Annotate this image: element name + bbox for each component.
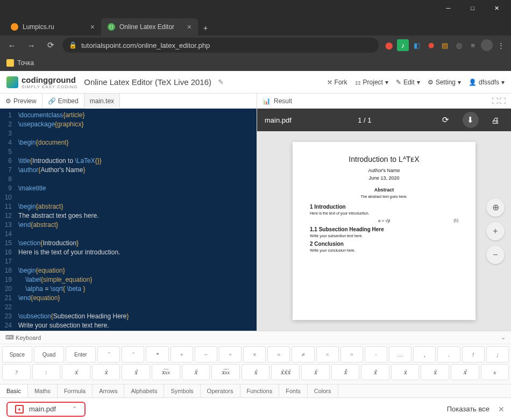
keyboard-key[interactable]: x̄ bbox=[242, 364, 270, 380]
avatar-icon[interactable] bbox=[481, 39, 493, 51]
keyboard-key[interactable]: x́ bbox=[62, 364, 90, 380]
extension-icon[interactable]: ◎ bbox=[453, 39, 465, 51]
zoom-in-button[interactable]: + bbox=[486, 222, 505, 240]
keyboard-key[interactable]: + bbox=[171, 346, 193, 362]
preview-tab[interactable]: ⚙Preview bbox=[0, 94, 42, 109]
keyboard-key[interactable]: Enter bbox=[66, 346, 96, 362]
address-bar[interactable]: 🔒 tutorialspoint.com/online_latex_editor… bbox=[62, 38, 379, 53]
keyboard-key[interactable]: … bbox=[389, 346, 411, 362]
fork-button[interactable]: ⤱Fork bbox=[327, 79, 347, 86]
fit-button[interactable]: ⊕ bbox=[486, 198, 505, 217]
rotate-button[interactable]: ⟳ bbox=[438, 112, 454, 128]
keyboard-category[interactable]: Basic bbox=[0, 385, 28, 397]
show-all-button[interactable]: Показать все bbox=[447, 405, 489, 413]
keyboard-key[interactable]: = bbox=[267, 346, 290, 362]
embed-tab[interactable]: 🔗Embed bbox=[42, 94, 84, 109]
keyboard-key[interactable]: ÷ bbox=[219, 346, 242, 362]
keyboard-key[interactable]: x̋ bbox=[451, 364, 479, 380]
tree-icon: ⚏ bbox=[355, 79, 361, 86]
keyboard-category[interactable]: Fonts bbox=[279, 385, 308, 397]
setting-menu[interactable]: ⚙Setting ▾ bbox=[428, 79, 461, 86]
keyboard-key[interactable]: ! bbox=[462, 346, 485, 362]
edit-title-icon[interactable]: ✎ bbox=[218, 78, 224, 86]
keyboard-key[interactable]: ˇ bbox=[122, 346, 144, 362]
keyboard-key[interactable]: * bbox=[146, 346, 168, 362]
project-menu[interactable]: ⚏Project ▾ bbox=[355, 79, 388, 86]
extension-icon[interactable]: ▧ bbox=[439, 39, 451, 51]
user-menu[interactable]: 👤dfssdfs ▾ bbox=[469, 79, 505, 86]
keyboard-key[interactable]: x͡xx bbox=[152, 364, 180, 380]
keyboard-key[interactable]: x̆ bbox=[301, 364, 330, 380]
keyboard-key[interactable]: x̃ bbox=[182, 364, 210, 380]
tab-close-icon[interactable]: × bbox=[187, 23, 191, 31]
favicon: ⟨⟩ bbox=[108, 23, 115, 31]
keyboard-category[interactable]: Formula bbox=[58, 385, 93, 397]
print-button[interactable]: 🖨 bbox=[487, 112, 503, 128]
expand-icon[interactable]: ⛶ bbox=[492, 97, 498, 105]
keyboard-key[interactable]: ? bbox=[2, 364, 31, 380]
line-gutter: 1234567891011121314151617181920212223242… bbox=[0, 109, 15, 331]
keyboard-category[interactable]: Functions bbox=[240, 385, 280, 397]
keyboard-key[interactable]: − bbox=[195, 346, 217, 362]
tab-close-icon[interactable]: × bbox=[90, 23, 95, 31]
keyboard-category[interactable]: Arrows bbox=[93, 385, 124, 397]
keyboard-key[interactable]: > bbox=[340, 346, 363, 362]
code-content[interactable]: \documentclass{article} \usepackage{grap… bbox=[15, 109, 257, 331]
browser-tab[interactable]: Lumpics.ru × bbox=[4, 18, 101, 35]
extension-icon[interactable]: ◧ bbox=[411, 39, 423, 51]
keyboard-key[interactable]: x̌ bbox=[361, 364, 389, 380]
keyboard-category[interactable]: Operators bbox=[201, 385, 240, 397]
file-tab[interactable]: main.tex bbox=[84, 94, 120, 109]
chevron-up-icon[interactable]: ⌃ bbox=[72, 405, 77, 412]
maximize-button[interactable]: □ bbox=[460, 0, 485, 16]
keyboard-key[interactable]: x̊ bbox=[331, 364, 360, 380]
keyboard-key[interactable]: x̂ bbox=[122, 364, 150, 380]
new-tab-button[interactable]: + bbox=[198, 20, 213, 35]
download-button[interactable]: ⬇ bbox=[463, 112, 479, 128]
pdf-subsection: 1.1 Subsection Heading Here bbox=[310, 226, 458, 232]
browser-tab[interactable]: ⟨⟩ Online Latex Editor × bbox=[101, 18, 198, 35]
keyboard-category[interactable]: Symbols bbox=[164, 385, 200, 397]
edit-menu[interactable]: ✎Edit ▾ bbox=[396, 79, 420, 86]
keyboard-key[interactable]: x̀ bbox=[92, 364, 120, 380]
collapse-icon[interactable]: ⌄ bbox=[501, 334, 506, 341]
keyboard-key[interactable]: Quad bbox=[34, 346, 64, 362]
close-button[interactable]: ✕ bbox=[485, 0, 509, 16]
keyboard-key[interactable]: , bbox=[413, 346, 436, 362]
keyboard-key[interactable]: ≠ bbox=[292, 346, 314, 362]
forward-button[interactable]: → bbox=[24, 38, 39, 53]
fullscreen-icon[interactable]: ⛶ bbox=[499, 97, 506, 105]
keyboard-key[interactable]: ẍ bbox=[421, 364, 449, 380]
pdf-page: Introduction to LᴬTᴇX Author's Name June… bbox=[293, 142, 475, 320]
keyboard-key[interactable]: · bbox=[365, 346, 387, 362]
keyboard-category[interactable]: Alphabets bbox=[124, 385, 164, 397]
bookmark-item[interactable]: Точка bbox=[17, 59, 34, 67]
menu-icon[interactable]: ⋮ bbox=[495, 39, 507, 51]
keyboard-category[interactable]: Colors bbox=[308, 385, 338, 397]
download-item[interactable]: ▲ main.pdf ⌃ bbox=[6, 402, 86, 417]
keyboard-key[interactable]: ; bbox=[486, 346, 509, 362]
logo[interactable]: codingground SIMPLY EASY CODING bbox=[6, 75, 77, 89]
minimize-button[interactable]: ─ bbox=[436, 0, 460, 16]
keyboard-key[interactable]: : bbox=[32, 364, 61, 380]
zoom-out-button[interactable]: − bbox=[486, 246, 505, 264]
extension-icon[interactable]: ⬣ bbox=[425, 39, 437, 51]
reload-button[interactable]: ⟳ bbox=[43, 38, 58, 53]
keyboard-key[interactable]: x͠xx bbox=[211, 364, 240, 380]
keyboard-key[interactable]: . bbox=[437, 346, 460, 362]
keyboard-key[interactable]: Space bbox=[2, 346, 32, 362]
keyboard-key[interactable]: < bbox=[316, 346, 339, 362]
extension-icon[interactable]: ⬤ bbox=[383, 39, 395, 51]
code-editor[interactable]: 1234567891011121314151617181920212223242… bbox=[0, 109, 257, 331]
keyboard-key[interactable]: x̄x̄x̄ bbox=[271, 364, 300, 380]
keyboard-category[interactable]: Maths bbox=[28, 385, 58, 397]
extension-icon[interactable]: ≡ bbox=[467, 39, 479, 51]
close-download-bar[interactable]: ✕ bbox=[498, 405, 505, 414]
keyboard-key[interactable]: × bbox=[243, 346, 266, 362]
result-tab[interactable]: Result bbox=[274, 97, 292, 105]
keyboard-key[interactable]: ẋ bbox=[391, 364, 420, 380]
extension-icon[interactable]: ♪ bbox=[397, 39, 409, 51]
keyboard-key[interactable]: ˆ bbox=[97, 346, 120, 362]
keyboard-key[interactable]: x bbox=[481, 364, 509, 380]
back-button[interactable]: ← bbox=[4, 38, 19, 53]
